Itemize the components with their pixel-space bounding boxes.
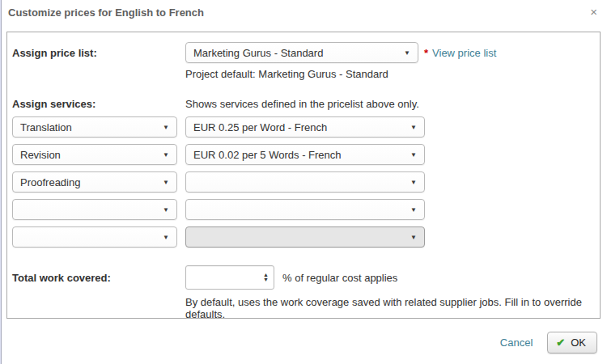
modal-header: Customize prices for English to French × [8,6,597,19]
service-select-3-value: Proofreading [20,176,80,188]
chevron-down-icon: ▼ [163,234,169,241]
price-list-select[interactable]: Marketing Gurus - Standard ▼ [185,42,418,63]
check-icon: ✔ [556,336,565,349]
chevron-down-icon: ▼ [163,179,169,186]
chevron-down-icon: ▼ [163,206,169,214]
services-header-row: Assign services: Shows services defined … [12,98,595,110]
spinner-down-icon[interactable]: ▼ [263,277,269,282]
price-select-4[interactable]: ▼ [185,199,425,220]
price-select-3[interactable]: ▼ [185,171,425,193]
required-marker: * [424,47,428,59]
close-icon[interactable]: × [590,6,597,18]
service-select-2[interactable]: Revision ▼ [12,144,177,165]
service-row: Proofreading ▼ ▼ [12,171,595,193]
price-select-2-value: EUR 0.02 per 5 Words - French [193,149,342,161]
price-list-selected-value: Marketing Gurus - Standard [193,47,323,59]
service-row: Revision ▼ EUR 0.02 per 5 Words - French… [12,144,595,165]
price-list-label: Assign price list: [12,47,185,59]
chevron-down-icon: ▼ [163,124,169,131]
service-select-4[interactable]: ▼ [12,199,177,220]
price-select-5[interactable]: ▼ [185,226,425,248]
price-list-row: Assign price list: Marketing Gurus - Sta… [12,42,595,63]
services-label: Assign services: [12,98,185,110]
price-list-default-note-row: Project default: Marketing Gurus - Stand… [185,68,595,80]
chevron-down-icon: ▼ [163,151,169,159]
view-price-list-link[interactable]: View price list [432,47,496,59]
price-list-default-note: Project default: Marketing Gurus - Stand… [185,68,388,80]
service-select-5[interactable]: ▼ [12,226,177,248]
chevron-down-icon: ▼ [410,234,417,241]
work-covered-input[interactable]: ▲▼ [185,265,274,290]
page-background-edge [0,0,2,364]
service-select-1[interactable]: Translation ▼ [12,116,177,138]
service-select-2-value: Revision [20,149,61,161]
ok-button[interactable]: ✔ OK [547,332,597,353]
spinner-arrows[interactable]: ▲▼ [263,273,269,282]
price-select-1[interactable]: EUR 0.25 per Word - French ▼ [185,116,425,138]
ok-button-label: OK [571,336,586,349]
chevron-down-icon: ▼ [404,49,410,57]
chevron-down-icon: ▼ [410,179,417,186]
modal-title: Customize prices for English to French [8,6,204,19]
customize-prices-form: Assign price list: Marketing Gurus - Sta… [6,32,601,319]
work-covered-row: Total work covered: ▲▼ % of regular cost… [12,265,595,290]
modal-footer: Cancel ✔ OK [500,332,597,353]
price-select-2[interactable]: EUR 0.02 per 5 Words - French ▼ [185,144,425,165]
price-select-1-value: EUR 0.25 per Word - French [193,121,327,133]
chevron-down-icon: ▼ [410,124,417,131]
work-covered-suffix: % of regular cost applies [282,272,397,284]
services-hint: Shows services defined in the pricelist … [185,98,419,110]
service-select-3[interactable]: Proofreading ▼ [12,171,177,193]
service-row: ▼ ▼ [12,199,595,220]
chevron-down-icon: ▼ [410,151,417,159]
work-covered-note: By default, uses the work coverage saved… [185,296,595,320]
service-row: Translation ▼ EUR 0.25 per Word - French… [12,116,595,138]
service-row: ▼ ▼ [12,226,595,248]
service-select-1-value: Translation [20,121,72,133]
chevron-down-icon: ▼ [410,206,417,214]
cancel-button[interactable]: Cancel [500,336,533,349]
work-covered-label: Total work covered: [12,272,185,284]
